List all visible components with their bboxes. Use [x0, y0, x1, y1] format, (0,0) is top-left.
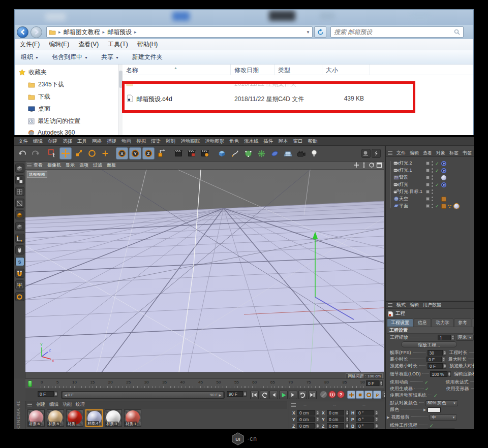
pan-view-icon[interactable]	[353, 162, 359, 168]
material-tag-selected-icon[interactable]	[454, 204, 459, 209]
panel-menu-icon[interactable]	[291, 403, 296, 407]
enabled-check-icon[interactable]	[435, 204, 439, 209]
c4d-menu-item[interactable]: 模拟	[136, 138, 146, 145]
preview-min-field[interactable]: 0 F	[428, 363, 443, 369]
sidebar-item-autodesk-360[interactable]: Autodesk 360	[28, 129, 75, 135]
stepper-icon[interactable]	[375, 417, 378, 422]
coord-field[interactable]: 0 °	[356, 417, 374, 422]
layout-icon[interactable]	[361, 149, 371, 158]
stepper-icon[interactable]	[345, 417, 349, 422]
generator-gear-icon[interactable]	[255, 147, 267, 159]
key-parameter-toggle[interactable]: P	[373, 391, 381, 399]
stepper-icon[interactable]	[375, 423, 378, 429]
stepper-icon[interactable]	[375, 410, 378, 415]
c4d-menu-item[interactable]: 工具	[77, 138, 87, 145]
coord-field[interactable]: 0 °	[356, 423, 374, 429]
layer-icon[interactable]	[426, 162, 430, 165]
pen-spline-icon[interactable]	[229, 147, 241, 159]
sidebar-item-desktop[interactable]: 桌面	[28, 105, 50, 113]
section-header[interactable]: 工程设置	[387, 327, 474, 334]
layer-icon[interactable]	[426, 176, 430, 179]
visibility-dots-icon[interactable]	[432, 182, 434, 187]
render-region-icon[interactable]	[186, 147, 198, 159]
c4d-menu-item[interactable]: 运动图形	[205, 138, 224, 145]
goto-end-button[interactable]	[308, 391, 317, 399]
make-editable-icon[interactable]	[15, 164, 24, 173]
object-row-light1[interactable]: 灯光.1	[390, 167, 474, 174]
sidebar-item-2345-download[interactable]: 2345下载	[28, 80, 64, 89]
mat-menu-item[interactable]: 编辑	[49, 401, 58, 408]
lock-z-axis-icon[interactable]: Z	[142, 147, 155, 159]
object-row-light[interactable]: 灯光	[390, 181, 474, 188]
color-swatch[interactable]	[428, 407, 441, 412]
am-menu-item[interactable]: 模式	[396, 302, 406, 308]
tab-todo[interactable]: 待办事项	[472, 318, 474, 327]
column-name[interactable]: 名称	[126, 66, 138, 75]
coord-field[interactable]: 0 cm	[327, 417, 344, 422]
layout-presets-icon[interactable]	[372, 149, 381, 158]
soft-selection-icon[interactable]: S	[15, 257, 24, 266]
vp-menu-item[interactable]: 过滤	[93, 162, 102, 169]
menu-file[interactable]: 文件(F)	[20, 40, 40, 49]
column-divider[interactable]	[230, 65, 231, 75]
vp-menu-item[interactable]: 选项	[79, 162, 88, 169]
sidebar-item-favorites[interactable]: 收藏夹	[19, 68, 47, 77]
object-name[interactable]: 天空	[399, 196, 408, 202]
points-mode-icon[interactable]	[15, 187, 24, 196]
c4d-menu-item[interactable]: 流水线	[244, 138, 259, 145]
c4d-menu-item[interactable]: 角色	[229, 138, 239, 145]
material-thumb[interactable]: 材质.1	[124, 409, 141, 427]
am-menu-item[interactable]: 编辑	[410, 302, 419, 308]
phong-tag-icon[interactable]	[448, 204, 452, 208]
polygons-mode-icon[interactable]	[15, 210, 24, 219]
coord-field[interactable]: 0 cm	[327, 410, 344, 415]
stepper-icon[interactable]	[443, 350, 446, 356]
back-button[interactable]	[17, 26, 28, 38]
om-menu-item[interactable]: 书签	[463, 150, 472, 156]
loop-button[interactable]	[298, 391, 307, 399]
stepper-icon[interactable]	[243, 391, 247, 397]
layer-icon[interactable]	[426, 190, 430, 194]
c4d-menu-item[interactable]: 编辑	[33, 138, 43, 145]
range-thumb[interactable]: ◀ 0 F 90 F ▶	[63, 392, 223, 398]
column-divider[interactable]	[322, 65, 322, 75]
current-frame-value[interactable]: 0 F	[366, 380, 379, 386]
c4d-menu-item[interactable]: 帮助	[308, 138, 318, 145]
stepper-icon[interactable]	[345, 423, 349, 429]
scene-3d-view[interactable]: Y Z X	[25, 170, 384, 372]
vp-menu-item[interactable]: 摄像机	[47, 162, 61, 169]
previous-frame-button[interactable]	[269, 391, 278, 399]
lock-y-axis-icon[interactable]: Y	[129, 147, 141, 159]
am-menu-item[interactable]: 用户数据	[423, 302, 441, 308]
frame-value[interactable]: 0 F	[38, 391, 54, 397]
object-name[interactable]: 背景	[399, 174, 408, 181]
model-mode-icon[interactable]	[15, 222, 24, 231]
camera-icon[interactable]	[295, 147, 307, 159]
visibility-dots-icon[interactable]	[432, 168, 434, 173]
c4d-menu-item[interactable]: 插件	[264, 138, 273, 145]
om-menu-item[interactable]: 查看	[423, 150, 432, 156]
coordinate-system-icon[interactable]	[156, 147, 168, 159]
column-type[interactable]: 类型	[278, 66, 290, 75]
lock-x-axis-icon[interactable]: X	[116, 147, 128, 159]
refresh-button[interactable]	[314, 26, 326, 38]
undo-icon[interactable]	[16, 147, 28, 159]
enabled-check-icon[interactable]	[435, 182, 439, 187]
material-thumb-selected[interactable]: 材质.4	[85, 409, 103, 427]
enabled-check-icon[interactable]	[435, 168, 439, 173]
column-size[interactable]: 大小	[326, 66, 338, 75]
c4d-menu-item[interactable]: 捕捉	[107, 138, 116, 145]
c4d-menu-item[interactable]: 渲染	[151, 138, 161, 145]
key-rotation-toggle[interactable]	[364, 391, 373, 399]
mat-menu-item[interactable]: 功能	[63, 401, 72, 408]
c4d-menu-item[interactable]: 文件	[18, 138, 28, 145]
compositing-tag-icon[interactable]	[441, 197, 446, 202]
next-frame-button[interactable]	[289, 391, 297, 399]
material-thumb[interactable]: 材质.5	[47, 409, 64, 427]
render-view-icon[interactable]	[172, 147, 185, 159]
coord-field[interactable]: 0 °	[356, 410, 374, 415]
object-name[interactable]: 灯光.目标.1	[399, 188, 422, 195]
last-tool-icon[interactable]	[99, 147, 111, 159]
vp-menu-item[interactable]: 显示	[66, 162, 75, 169]
stepper-icon[interactable]	[345, 410, 349, 415]
